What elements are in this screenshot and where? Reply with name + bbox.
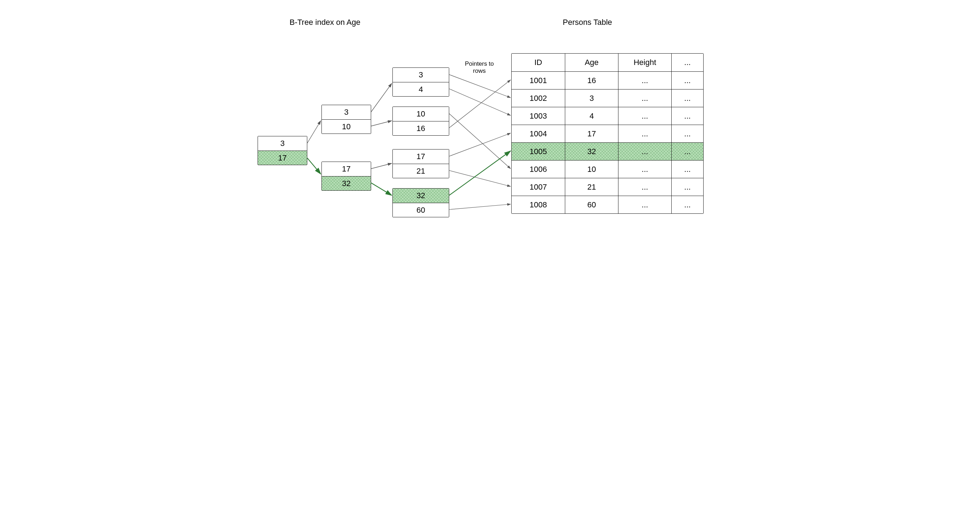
table-header-id: ID [512,54,565,71]
table-cell: 1004 [512,125,565,142]
svg-line-8 [449,113,511,169]
diagram-stage: B-Tree index on Age Persons Table Pointe… [224,0,756,284]
table-cell: ... [618,107,671,125]
btree-leaf-0-key-0: 3 [393,68,449,82]
svg-line-2 [371,83,392,112]
table-row-highlighted: 1005 32 ... ... [512,142,703,160]
table-cell: ... [671,89,703,107]
svg-line-6 [449,75,511,97]
table-cell: 1003 [512,107,565,125]
label-pointers: Pointers torows [460,61,499,74]
table-cell: ... [671,161,703,178]
table-cell: 16 [565,72,618,89]
table-cell: ... [671,72,703,89]
title-left: B-Tree index on Age [290,18,361,27]
svg-line-4 [371,163,392,169]
table-cell: 4 [565,107,618,125]
btree-leaf-3-key-0: 32 [393,188,449,203]
btree-internal-top: 3 10 [321,105,371,134]
table-cell: ... [671,107,703,125]
table-cell: 60 [565,196,618,214]
table-header-height: Height [618,54,671,71]
table-cell: 17 [565,125,618,142]
btree-root-key-1: 17 [258,150,307,165]
btree-internal-0-key-1: 10 [322,119,371,134]
svg-line-7 [449,89,511,115]
btree-leaf-2-key-1: 21 [393,164,449,178]
table-cell: 1002 [512,89,565,107]
table-cell: ... [618,143,671,160]
table-cell: 10 [565,161,618,178]
table-cell: 1001 [512,72,565,89]
btree-internal-bottom: 17 32 [321,161,371,191]
table-cell: ... [618,72,671,89]
table-cell: 1005 [512,143,565,160]
svg-line-10 [449,133,511,156]
table-cell: ... [618,196,671,214]
table-cell: 1006 [512,161,565,178]
table-cell: 1008 [512,196,565,214]
table-row: 1006 10 ... ... [512,160,703,178]
table-row: 1004 17 ... ... [512,125,703,142]
btree-root-key-0: 3 [258,136,307,150]
btree-internal-0-key-0: 3 [322,105,371,119]
table-cell: ... [671,143,703,160]
btree-leaf-1: 10 16 [393,107,449,136]
btree-leaf-3-key-1: 60 [393,203,449,217]
svg-line-1 [307,158,321,174]
persons-table: ID Age Height ... 1001 16 ... ... 1002 3… [511,53,703,214]
table-row: 1008 60 ... ... [512,196,703,214]
btree-leaf-0-key-1: 4 [393,82,449,96]
title-right: Persons Table [563,18,612,27]
svg-line-13 [449,204,511,209]
table-cell: ... [618,125,671,142]
table-cell: ... [618,89,671,107]
table-row: 1003 4 ... ... [512,107,703,125]
table-header-more: ... [671,54,703,71]
btree-root: 3 17 [258,136,307,165]
btree-leaf-3: 32 60 [393,188,449,217]
svg-line-12 [449,151,511,195]
table-cell: ... [671,178,703,196]
table-cell: 3 [565,89,618,107]
table-header-row: ID Age Height ... [512,54,703,71]
table-header-age: Age [565,54,618,71]
table-cell: ... [671,196,703,214]
btree-leaf-2: 17 21 [393,149,449,178]
table-cell: ... [618,161,671,178]
btree-leaf-1-key-1: 16 [393,121,449,135]
table-row: 1001 16 ... ... [512,71,703,89]
btree-internal-1-key-1: 32 [322,176,371,190]
table-cell: 1007 [512,178,565,196]
svg-line-9 [449,80,511,128]
btree-leaf-2-key-0: 17 [393,150,449,164]
table-cell: ... [618,178,671,196]
svg-line-11 [449,171,511,187]
btree-leaf-1-key-0: 10 [393,107,449,121]
table-row: 1002 3 ... ... [512,89,703,107]
table-cell: 32 [565,143,618,160]
svg-line-3 [371,121,392,126]
table-cell: 21 [565,178,618,196]
table-row: 1007 21 ... ... [512,178,703,196]
svg-line-5 [371,183,392,195]
btree-internal-1-key-0: 17 [322,162,371,176]
btree-leaf-0: 3 4 [393,67,449,97]
svg-line-0 [307,121,321,143]
table-cell: ... [671,125,703,142]
